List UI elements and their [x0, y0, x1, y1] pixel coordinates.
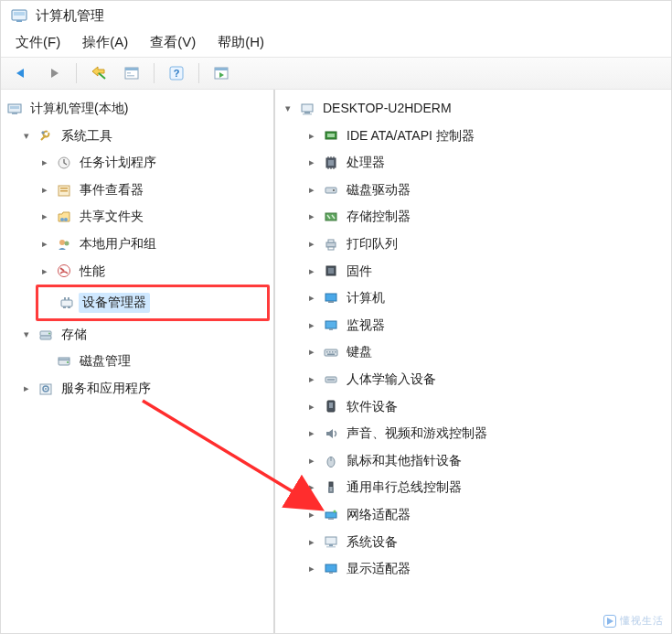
svg-point-21 — [65, 241, 69, 245]
svg-rect-16 — [60, 188, 68, 189]
chevron-down-icon[interactable]: ▾ — [19, 128, 34, 143]
tree-local-users[interactable]: ▸本地用户和组 — [36, 231, 270, 258]
chevron-right-icon[interactable]: ▸ — [304, 562, 319, 576]
chevron-right-icon[interactable]: ▸ — [304, 128, 319, 143]
chevron-right-icon[interactable]: ▸ — [304, 345, 319, 360]
device-computer[interactable]: ▸计算机 — [303, 285, 667, 312]
tree-storage[interactable]: ▾ 存储 — [17, 321, 270, 349]
tree-disk-mgmt[interactable]: 磁盘管理 — [36, 348, 270, 375]
tree-label: IDE ATA/ATAPI 控制器 — [343, 126, 478, 146]
system-dev-icon — [323, 533, 339, 550]
chevron-right-icon[interactable]: ▸ — [304, 318, 319, 333]
device-hid[interactable]: ▸人体学输入设备 — [303, 366, 667, 393]
right-tree: ▾ DESKTOP-U2HDERM ▸IDE ATA/ATAPI 控制器 ▸处理… — [275, 90, 671, 633]
chevron-right-icon[interactable]: ▸ — [304, 263, 319, 278]
chevron-right-icon[interactable]: ▸ — [304, 210, 319, 224]
tree-device-manager[interactable]: 设备管理器 — [38, 287, 267, 318]
device-monitor[interactable]: ▸监视器 — [303, 312, 667, 339]
help-button[interactable]: ? — [164, 61, 189, 85]
chevron-right-icon[interactable]: ▸ — [304, 372, 319, 387]
device-network[interactable]: ▸网络适配器 — [303, 501, 667, 529]
chevron-right-icon[interactable]: ▸ — [37, 210, 52, 224]
tree-task-scheduler[interactable]: ▸任务计划程序 — [36, 149, 270, 177]
menubar: 文件(F) 操作(A) 查看(V) 帮助(H) — [1, 27, 671, 57]
firmware-icon — [323, 263, 339, 279]
chevron-right-icon[interactable]: ▸ — [37, 156, 52, 170]
device-sound[interactable]: ▸声音、视频和游戏控制器 — [303, 420, 667, 447]
tree-system-tools[interactable]: ▾ 系统工具 — [17, 123, 270, 150]
users-icon — [56, 236, 72, 253]
tree-shared-folders[interactable]: ▸共享文件夹 — [36, 203, 270, 231]
device-ide[interactable]: ▸IDE ATA/ATAPI 控制器 — [303, 123, 667, 150]
svg-rect-78 — [328, 518, 334, 520]
device-mouse[interactable]: ▸鼠标和其他指针设备 — [303, 447, 667, 475]
chevron-right-icon[interactable]: ▸ — [304, 237, 319, 252]
chevron-right-icon[interactable]: ▸ — [37, 237, 52, 252]
svg-point-30 — [48, 332, 50, 334]
tree-label: 软件设备 — [343, 397, 401, 417]
chevron-right-icon[interactable]: ▸ — [37, 263, 52, 278]
device-firmware[interactable]: ▸固件 — [303, 258, 667, 285]
show-hide-button[interactable] — [208, 61, 234, 85]
chevron-right-icon[interactable]: ▸ — [37, 183, 52, 198]
tree-label: 本地用户和组 — [76, 234, 160, 254]
svg-rect-38 — [304, 112, 310, 113]
tree-label: 人体学输入设备 — [343, 370, 440, 390]
svg-rect-12 — [10, 106, 19, 109]
device-usb[interactable]: ▸通用串行总线控制器 — [303, 474, 667, 501]
keyboard-icon — [323, 344, 339, 360]
svg-rect-83 — [325, 564, 336, 572]
device-tree-root[interactable]: ▾ DESKTOP-U2HDERM — [279, 95, 667, 123]
tree-root-local[interactable]: 计算机管理(本地) — [5, 95, 270, 123]
chevron-right-icon[interactable]: ▸ — [304, 454, 319, 468]
svg-point-51 — [333, 189, 335, 191]
svg-rect-39 — [303, 113, 312, 115]
properties-button[interactable] — [119, 61, 144, 85]
device-print-queue[interactable]: ▸打印队列 — [303, 231, 667, 258]
svg-rect-23 — [61, 300, 72, 306]
chevron-right-icon[interactable]: ▸ — [304, 156, 319, 170]
device-keyboard[interactable]: ▸键盘 — [303, 338, 667, 366]
svg-rect-27 — [68, 306, 70, 308]
clock-icon — [56, 155, 72, 171]
device-cpu[interactable]: ▸处理器 — [303, 149, 667, 177]
chevron-right-icon[interactable]: ▸ — [304, 183, 319, 198]
tree-performance[interactable]: ▸性能 — [36, 258, 270, 285]
chevron-right-icon[interactable]: ▸ — [304, 291, 319, 306]
back-button[interactable] — [8, 61, 34, 85]
chevron-right-icon[interactable]: ▸ — [304, 426, 319, 441]
toolbar: ? — [1, 57, 671, 90]
chevron-right-icon[interactable]: ▸ — [19, 381, 34, 396]
chevron-right-icon[interactable]: ▸ — [304, 480, 319, 495]
svg-rect-2 — [16, 20, 22, 22]
tree-label: 系统设备 — [343, 532, 401, 553]
chevron-right-icon[interactable]: ▸ — [304, 399, 319, 414]
tree-event-viewer[interactable]: ▸事件查看器 — [36, 177, 270, 204]
device-software[interactable]: ▸软件设备 — [303, 393, 667, 421]
tree-label: 存储控制器 — [343, 207, 414, 227]
svg-rect-64 — [329, 351, 331, 353]
forward-button[interactable] — [41, 61, 67, 85]
tree-services[interactable]: ▸ 服务和应用程序 — [17, 375, 270, 403]
svg-rect-74 — [329, 482, 333, 487]
left-tree: 计算机管理(本地) ▾ 系统工具 ▸任务计划程序 ▸事件查看器 — [1, 90, 275, 633]
app-icon — [10, 6, 28, 25]
svg-rect-29 — [40, 336, 51, 339]
chevron-down-icon[interactable]: ▾ — [19, 328, 34, 342]
menu-view[interactable]: 查看(V) — [150, 34, 196, 51]
device-disk-drives[interactable]: ▸磁盘驱动器 — [303, 177, 667, 204]
device-storage-ctrl[interactable]: ▸存储控制器 — [303, 203, 667, 231]
menu-file[interactable]: 文件(F) — [16, 34, 60, 51]
chevron-right-icon[interactable]: ▸ — [304, 534, 319, 549]
chevron-right-icon[interactable]: ▸ — [304, 508, 319, 522]
svg-rect-59 — [328, 301, 334, 303]
chevron-down-icon[interactable]: ▾ — [281, 102, 295, 116]
svg-text:?: ? — [174, 68, 180, 79]
svg-rect-26 — [63, 306, 66, 308]
up-button[interactable] — [86, 61, 112, 85]
device-display[interactable]: ▸显示适配器 — [303, 555, 667, 583]
menu-action[interactable]: 操作(A) — [82, 34, 128, 51]
menu-help[interactable]: 帮助(H) — [218, 34, 264, 51]
watermark: 懂视生活 — [603, 614, 664, 628]
device-system[interactable]: ▸系统设备 — [303, 529, 667, 556]
